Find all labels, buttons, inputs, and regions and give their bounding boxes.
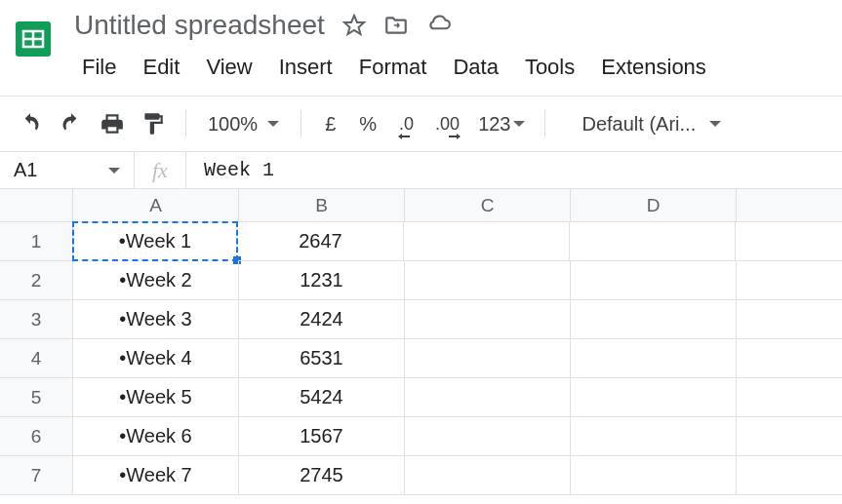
grid-row: 7•Week 72745	[0, 456, 842, 495]
column-header[interactable]: D	[571, 189, 737, 222]
cell[interactable]	[571, 378, 737, 417]
column-header[interactable]	[737, 189, 842, 222]
undo-button[interactable]	[12, 107, 49, 140]
grid-row: 4•Week 46531	[0, 339, 842, 378]
menu-edit[interactable]: Edit	[131, 49, 191, 86]
redo-button[interactable]	[53, 107, 90, 140]
chevron-down-icon	[513, 121, 525, 127]
menubar: File Edit View Insert Format Data Tools …	[68, 41, 842, 86]
app-header: Untitled spreadsheet	[0, 0, 842, 86]
column-header[interactable]: A	[73, 189, 239, 222]
menu-file[interactable]: File	[70, 49, 128, 86]
grid-row: 2•Week 21231	[0, 261, 842, 300]
zoom-dropdown[interactable]: 100%	[200, 109, 287, 139]
cell[interactable]	[736, 222, 842, 261]
row-header[interactable]: 6	[0, 417, 73, 456]
grid-row: 5•Week 55424	[0, 378, 842, 417]
chevron-down-icon	[709, 121, 721, 127]
cell[interactable]: 1231	[239, 261, 405, 300]
menu-data[interactable]: Data	[441, 49, 509, 86]
cell[interactable]: •Week 7	[73, 456, 239, 495]
cell[interactable]	[404, 222, 570, 261]
cell[interactable]: 1567	[239, 417, 405, 456]
cell[interactable]	[405, 300, 571, 339]
formula-bar-input[interactable]: Week 1	[186, 159, 842, 181]
move-folder-icon[interactable]	[383, 13, 409, 38]
menu-extensions[interactable]: Extensions	[589, 49, 718, 86]
cell[interactable]: •Week 6	[73, 417, 239, 456]
cloud-status-icon[interactable]	[426, 13, 452, 38]
cell[interactable]	[737, 339, 842, 378]
row-header[interactable]: 4	[0, 339, 73, 378]
cell[interactable]: 6531	[239, 339, 405, 378]
cell[interactable]	[737, 417, 842, 456]
cell[interactable]: 2647	[238, 222, 404, 261]
cell[interactable]	[570, 222, 736, 261]
percent-button[interactable]: %	[349, 109, 386, 139]
grid-row: 6•Week 61567	[0, 417, 842, 456]
document-title[interactable]: Untitled spreadsheet	[74, 10, 325, 41]
chevron-down-icon	[267, 121, 279, 127]
cell[interactable]	[405, 261, 571, 300]
row-header[interactable]: 3	[0, 300, 73, 339]
svg-marker-4	[344, 16, 364, 34]
cell[interactable]	[571, 456, 737, 495]
cell[interactable]	[405, 417, 571, 456]
menu-insert[interactable]: Insert	[267, 49, 344, 86]
row-header[interactable]: 2	[0, 261, 73, 300]
increase-decimal-button[interactable]: .00	[426, 110, 468, 138]
row-header[interactable]: 1	[0, 222, 73, 261]
grid-row: 1•Week 12647	[0, 222, 842, 261]
cell[interactable]: •Week 4	[73, 339, 239, 378]
menu-format[interactable]: Format	[347, 49, 439, 86]
cell[interactable]	[405, 378, 571, 417]
cell[interactable]	[405, 456, 571, 495]
menu-tools[interactable]: Tools	[513, 49, 586, 86]
cell[interactable]: 2745	[239, 456, 405, 495]
chevron-down-icon	[108, 168, 120, 174]
cell[interactable]	[405, 339, 571, 378]
name-box[interactable]: A1	[0, 152, 135, 188]
cell[interactable]	[737, 261, 842, 300]
cell[interactable]	[571, 261, 737, 300]
cell[interactable]	[571, 417, 737, 456]
paint-format-button[interactable]	[135, 107, 172, 140]
cell[interactable]: 5424	[239, 378, 405, 417]
grid-row: 3•Week 32424	[0, 300, 842, 339]
separator	[185, 110, 186, 137]
cell[interactable]	[571, 300, 737, 339]
row-header[interactable]: 5	[0, 378, 73, 417]
separator	[301, 110, 301, 137]
cell[interactable]: 2424	[239, 300, 405, 339]
cell[interactable]	[737, 300, 842, 339]
cell[interactable]	[737, 456, 842, 495]
cell[interactable]: •Week 5	[73, 378, 239, 417]
row-header[interactable]: 7	[0, 456, 73, 495]
column-header[interactable]: C	[405, 189, 571, 222]
separator	[544, 110, 545, 137]
zoom-value: 100%	[208, 113, 258, 136]
star-icon[interactable]	[342, 14, 366, 37]
cell[interactable]: •Week 2	[73, 261, 239, 300]
fx-icon: fx	[135, 152, 186, 188]
currency-button[interactable]: £	[315, 109, 345, 139]
cell[interactable]	[571, 339, 737, 378]
font-dropdown[interactable]: Default (Ari...	[575, 109, 730, 139]
column-header[interactable]: B	[239, 189, 405, 222]
decrease-decimal-button[interactable]: .0	[390, 110, 422, 138]
cell[interactable]	[737, 378, 842, 417]
name-formula-bar: A1 fx Week 1	[0, 152, 842, 189]
print-button[interactable]	[94, 107, 131, 140]
select-all-corner[interactable]	[0, 189, 73, 222]
cell[interactable]: •Week 3	[73, 300, 239, 339]
menu-view[interactable]: View	[194, 49, 263, 86]
toolbar: 100% £ % .0 .00 123 Default (Ari...	[0, 97, 842, 151]
number-format-dropdown[interactable]: 123	[472, 109, 530, 139]
cell[interactable]: •Week 1	[72, 221, 238, 261]
sheets-logo[interactable]	[10, 10, 57, 68]
spreadsheet-grid: A B C D 1•Week 126472•Week 212313•Week 3…	[0, 189, 842, 495]
